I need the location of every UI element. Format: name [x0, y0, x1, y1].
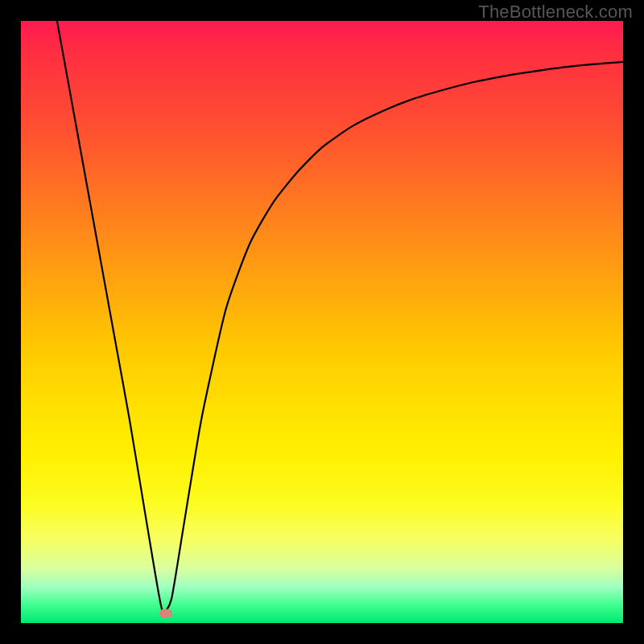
watermark-text: TheBottleneck.com: [478, 2, 633, 23]
chart-frame: [21, 21, 623, 623]
highlight-marker: [159, 609, 172, 618]
chart-curve: [21, 21, 623, 623]
